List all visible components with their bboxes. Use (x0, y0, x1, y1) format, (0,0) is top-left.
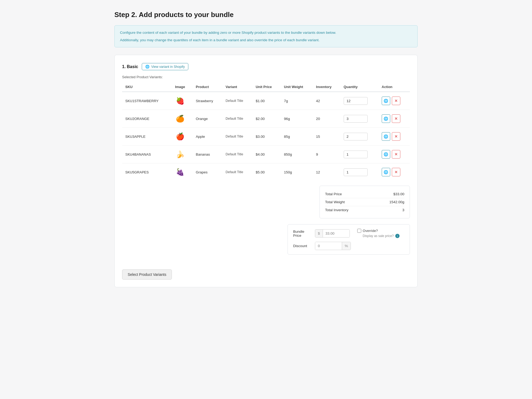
cell-action: 🌐 ✕ (379, 128, 410, 146)
cell-action: 🌐 ✕ (379, 92, 410, 110)
select-variants-button[interactable]: Select Product Variants (122, 269, 172, 280)
action-buttons: 🌐 ✕ (382, 168, 407, 176)
col-unit-weight: Unit Weight (281, 82, 313, 92)
globe-action-button[interactable]: 🌐 (382, 150, 390, 159)
totals-wrapper: Total Price $33.00 Total Weight 1542.00g… (122, 181, 410, 221)
quantity-input[interactable] (344, 133, 368, 140)
product-emoji: 🍇 (175, 167, 185, 177)
col-action: Action (379, 82, 410, 92)
cell-image: 🍓 (172, 92, 193, 110)
table-row: SKU4BANANAS 🍌 Bananas Default Title $4.0… (122, 146, 410, 163)
remove-button[interactable]: ✕ (392, 97, 400, 105)
total-inventory-label: Total Inventory (325, 208, 348, 212)
cell-image: 🍌 (172, 146, 193, 163)
cell-variant: Default Title (222, 110, 252, 128)
remove-button[interactable]: ✕ (392, 150, 400, 159)
cell-action: 🌐 ✕ (379, 110, 410, 128)
cell-sku: SKU3APPLE (122, 128, 172, 146)
cell-variant: Default Title (222, 146, 252, 163)
cell-action: 🌐 ✕ (379, 146, 410, 163)
info-box: Configure the content of each variant of… (114, 25, 418, 47)
selected-label: Selected Product Variants: (122, 75, 410, 79)
cell-image: 🍇 (172, 163, 193, 181)
quantity-input[interactable] (344, 168, 368, 176)
cell-unit-weight: 850g (281, 146, 313, 163)
bundle-price-line: Bundle Price $ Override? Display as sa (293, 229, 404, 238)
cell-variant: Default Title (222, 128, 252, 146)
cell-sku: SKU5GRAPES (122, 163, 172, 181)
section-header: 1. Basic 🌐 View variant in Shopify (122, 63, 410, 70)
cell-inventory: 42 (313, 92, 340, 110)
info-line-1: Configure the content of each variant of… (120, 30, 412, 36)
total-price-label: Total Price (325, 192, 342, 196)
info-line-2: Additionally, you may change the quantit… (120, 37, 412, 43)
override-checkbox[interactable] (357, 229, 361, 233)
products-table: SKU Image Product Variant Unit Price Uni… (122, 82, 410, 181)
page-title: Step 2. Add products to your bundle (114, 11, 418, 19)
globe-action-button[interactable]: 🌐 (382, 114, 390, 123)
quantity-input[interactable] (344, 151, 368, 158)
action-buttons: 🌐 ✕ (382, 114, 407, 123)
product-emoji: 🍊 (175, 114, 185, 124)
action-buttons: 🌐 ✕ (382, 132, 407, 141)
variant-text: Default Title (226, 135, 243, 138)
cell-unit-price: $3.00 (252, 128, 281, 146)
cell-quantity (340, 146, 379, 163)
percent-suffix: % (342, 242, 351, 250)
view-shopify-button[interactable]: 🌐 View variant in Shopify (142, 63, 188, 70)
cell-variant: Default Title (222, 163, 252, 181)
view-shopify-label: View variant in Shopify (151, 65, 185, 69)
info-icon[interactable]: i (395, 234, 400, 238)
product-emoji: 🍎 (175, 131, 185, 142)
discount-input-wrap: % (315, 242, 351, 250)
override-section: Override? Display as sale price? i (357, 229, 400, 238)
cell-inventory: 9 (313, 146, 340, 163)
col-variant: Variant (222, 82, 252, 92)
variant-text: Default Title (226, 117, 243, 120)
table-row: SKU5GRAPES 🍇 Grapes Default Title $5.00 … (122, 163, 410, 181)
col-sku: SKU (122, 82, 172, 92)
table-row: SKU1STRAWBERRY 🍓 Strawberry Default Titl… (122, 92, 410, 110)
cell-unit-price: $2.00 (252, 110, 281, 128)
cell-image: 🍎 (172, 128, 193, 146)
cell-product: Orange (193, 110, 222, 128)
globe-action-button[interactable]: 🌐 (382, 97, 390, 105)
cell-inventory: 20 (313, 110, 340, 128)
globe-action-button[interactable]: 🌐 (382, 168, 390, 176)
col-unit-price: Unit Price (252, 82, 281, 92)
col-inventory: Inventory (313, 82, 340, 92)
cell-unit-price: $1.00 (252, 92, 281, 110)
remove-button[interactable]: ✕ (392, 132, 400, 141)
col-product: Product (193, 82, 222, 92)
remove-button[interactable]: ✕ (392, 168, 400, 176)
sale-price-label: Display as sale price? (363, 234, 394, 238)
discount-input[interactable] (315, 242, 342, 250)
cell-sku: SKU4BANANAS (122, 146, 172, 163)
override-row: Override? (357, 229, 400, 233)
total-price-line: Total Price $33.00 (325, 190, 404, 198)
total-price-value: $33.00 (393, 192, 404, 196)
total-inventory-value: 3 (402, 208, 404, 212)
variant-text: Default Title (226, 170, 243, 174)
globe-action-button[interactable]: 🌐 (382, 132, 390, 141)
col-quantity: Quantity (340, 82, 379, 92)
bundle-price-input[interactable] (323, 230, 350, 237)
cell-action: 🌐 ✕ (379, 163, 410, 181)
table-row: SKU2ORANGE 🍊 Orange Default Title $2.00 … (122, 110, 410, 128)
remove-button[interactable]: ✕ (392, 114, 400, 123)
cell-sku: SKU2ORANGE (122, 110, 172, 128)
cell-unit-weight: 150g (281, 163, 313, 181)
cell-unit-price: $5.00 (252, 163, 281, 181)
cell-image: 🍊 (172, 110, 193, 128)
cell-unit-weight: 96g (281, 110, 313, 128)
cell-unit-weight: 85g (281, 128, 313, 146)
bundle-price-box: Bundle Price $ Override? Display as sa (288, 224, 410, 255)
quantity-input[interactable] (344, 115, 368, 123)
cell-inventory: 12 (313, 163, 340, 181)
bundle-price-label: Bundle Price (293, 230, 312, 238)
cell-quantity (340, 92, 379, 110)
quantity-input[interactable] (344, 97, 368, 105)
cell-product: Grapes (193, 163, 222, 181)
product-emoji: 🍓 (175, 96, 185, 106)
price-input-wrapper: $ (315, 229, 350, 238)
